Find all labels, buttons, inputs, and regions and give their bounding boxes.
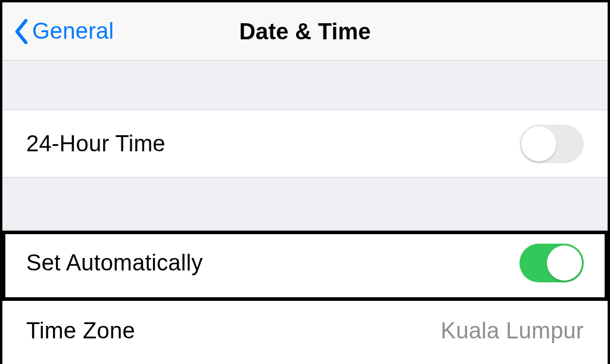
chevron-left-icon xyxy=(13,19,30,44)
group-auto-timezone: Set Automatically Time Zone Kuala Lumpur xyxy=(2,229,608,364)
row-value: Kuala Lumpur xyxy=(441,318,584,344)
row-label: 24-Hour Time xyxy=(26,131,166,157)
page-title: Date & Time xyxy=(239,18,371,44)
row-label: Set Automatically xyxy=(26,250,203,276)
section-spacer xyxy=(2,61,608,110)
switch-24-hour-time[interactable] xyxy=(519,125,584,163)
back-button[interactable]: General xyxy=(13,18,114,44)
back-label: General xyxy=(32,18,114,44)
navbar: General Date & Time xyxy=(2,2,608,61)
switch-set-automatically[interactable] xyxy=(519,244,584,282)
row-label: Time Zone xyxy=(26,318,135,344)
row-24-hour-time[interactable]: 24-Hour Time xyxy=(2,110,608,178)
section-spacer xyxy=(2,178,608,229)
row-set-automatically[interactable]: Set Automatically xyxy=(2,229,608,297)
row-time-zone[interactable]: Time Zone Kuala Lumpur xyxy=(2,297,608,364)
